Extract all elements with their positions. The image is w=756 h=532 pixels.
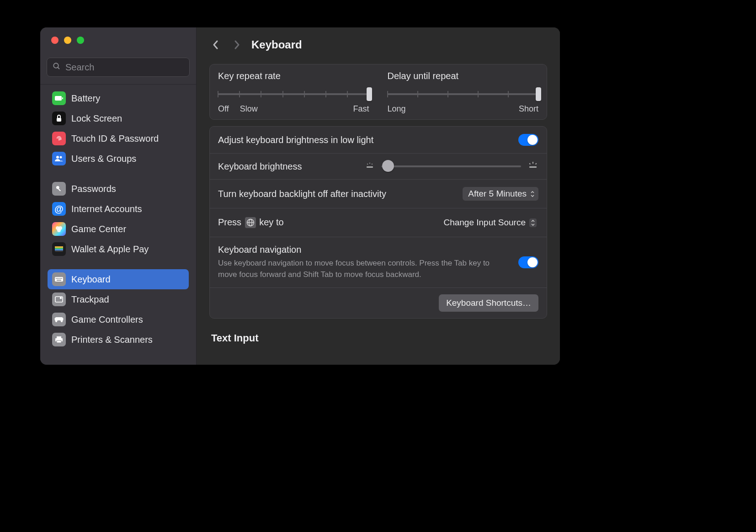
sidebar-item-keyboard[interactable]: Keyboard (48, 269, 189, 289)
users-icon (52, 152, 66, 165)
svg-line-1 (58, 67, 59, 69)
sidebar-item-touch-id-password[interactable]: Touch ID & Password (48, 128, 189, 149)
svg-rect-34 (529, 163, 531, 165)
svg-point-31 (372, 164, 373, 165)
svg-rect-18 (57, 278, 58, 279)
backlight-off-label: Turn keyboard backlight off after inacti… (218, 189, 386, 199)
auto-brightness-toggle[interactable] (518, 134, 538, 146)
sidebar-item-label: Printers & Scanners (71, 335, 153, 345)
svg-point-24 (60, 298, 62, 299)
svg-rect-15 (55, 249, 63, 250)
sidebar-item-label: Passwords (71, 184, 116, 194)
sidebar-item-battery[interactable]: Battery (48, 88, 189, 108)
minimize-window-button[interactable] (64, 37, 71, 44)
text-input-heading: Text Input (209, 332, 547, 344)
globe-key-value: Change Input Source (443, 218, 526, 228)
wallet-icon (52, 242, 66, 256)
svg-rect-21 (61, 278, 62, 279)
search-icon (53, 62, 61, 72)
lock-icon (52, 112, 66, 125)
window-controls (40, 27, 196, 49)
search-field[interactable] (47, 58, 190, 77)
keyboard-icon (52, 272, 66, 286)
svg-rect-13 (55, 246, 63, 248)
sidebar-item-label: Wallet & Apple Pay (71, 244, 149, 255)
brightness-high-icon (527, 161, 538, 171)
svg-rect-28 (367, 166, 373, 168)
sidebar-item-internet-accounts[interactable]: @Internet Accounts (48, 199, 189, 219)
backlight-off-select[interactable]: After 5 Minutes (463, 187, 538, 201)
settings-window: BatteryLock ScreenTouch ID & PasswordUse… (40, 27, 560, 365)
svg-rect-20 (60, 278, 61, 279)
brightness-low-icon (365, 162, 375, 171)
sidebar-item-label: Keyboard (71, 274, 111, 285)
svg-point-29 (367, 164, 368, 165)
svg-rect-4 (57, 118, 61, 122)
sidebar-item-wallet-apple-pay[interactable]: Wallet & Apple Pay (48, 239, 189, 259)
svg-point-0 (53, 63, 59, 68)
svg-rect-32 (529, 166, 537, 168)
keyboard-nav-desc: Use keyboard navigation to move focus be… (218, 258, 511, 280)
globe-key-select[interactable]: Change Input Source (438, 216, 538, 229)
sidebar-item-label: Game Center (71, 224, 126, 234)
sidebar-item-game-controllers[interactable]: Game Controllers (48, 309, 189, 330)
sidebar-item-label: Trackpad (71, 294, 109, 305)
svg-rect-33 (532, 162, 533, 164)
svg-point-11 (57, 229, 61, 232)
sidebar-item-trackpad[interactable]: Trackpad (48, 289, 189, 309)
keyboard-shortcuts-button[interactable]: Keyboard Shortcuts… (439, 294, 538, 312)
svg-point-5 (56, 156, 59, 159)
fingerprint-icon (52, 132, 66, 145)
main-panel: Keyboard Key repeat rate Off Slow Fast (197, 27, 560, 365)
keyboard-nav-toggle[interactable] (518, 256, 538, 268)
svg-rect-22 (57, 280, 61, 281)
sidebar-item-game-center[interactable]: Game Center (48, 219, 189, 239)
brightness-slider[interactable] (381, 161, 521, 172)
chevron-updown-icon (530, 191, 535, 197)
nav-back-button[interactable] (209, 38, 222, 51)
sidebar-item-label: Touch ID & Password (71, 133, 159, 144)
delay-long-label: Long (388, 104, 406, 114)
svg-rect-8 (58, 188, 61, 191)
key-repeat-slider[interactable] (218, 89, 369, 100)
sidebar-item-label: Users & Groups (71, 154, 136, 164)
svg-point-7 (56, 186, 59, 189)
delay-short-label: Short (519, 104, 538, 114)
brightness-slider-label: Keyboard brightness (218, 161, 302, 172)
nav-forward-button[interactable] (230, 38, 243, 51)
sidebar-item-label: Battery (71, 93, 100, 104)
sidebar-item-lock-screen[interactable]: Lock Screen (48, 108, 189, 128)
zoom-window-button[interactable] (77, 37, 84, 44)
svg-rect-14 (55, 248, 63, 249)
svg-rect-35 (535, 163, 537, 165)
delay-repeat-slider[interactable] (388, 89, 539, 100)
sidebar-item-label: Internet Accounts (71, 204, 142, 214)
svg-rect-16 (55, 277, 63, 282)
battery-icon (52, 91, 66, 105)
svg-point-30 (369, 163, 370, 164)
key-repeat-off-label: Off (218, 104, 229, 114)
trackpad-icon (52, 293, 66, 306)
key-repeat-slow-label: Slow (240, 104, 258, 114)
at-icon: @ (52, 202, 66, 216)
keyboard-nav-label: Keyboard navigation (218, 245, 511, 255)
controller-icon (52, 313, 66, 326)
sidebar: BatteryLock ScreenTouch ID & PasswordUse… (40, 27, 197, 365)
svg-rect-25 (57, 336, 61, 338)
globe-icon (245, 217, 256, 228)
page-title: Keyboard (251, 38, 302, 51)
printer-icon (52, 333, 66, 346)
auto-brightness-label: Adjust keyboard brightness in low light (218, 135, 373, 145)
sidebar-item-users-groups[interactable]: Users & Groups (48, 149, 189, 169)
globe-key-label: Press key to (218, 217, 284, 229)
main-header: Keyboard (197, 27, 560, 58)
svg-rect-3 (62, 97, 63, 99)
close-window-button[interactable] (51, 37, 59, 44)
search-input[interactable] (65, 62, 184, 73)
repeat-panel: Key repeat rate Off Slow Fast Delay unti… (209, 64, 547, 120)
svg-point-6 (60, 156, 62, 159)
sidebar-item-printers-scanners[interactable]: Printers & Scanners (48, 330, 189, 350)
gamecenter-icon (52, 222, 66, 236)
sidebar-item-label: Lock Screen (71, 113, 122, 124)
sidebar-item-passwords[interactable]: Passwords (48, 179, 189, 199)
